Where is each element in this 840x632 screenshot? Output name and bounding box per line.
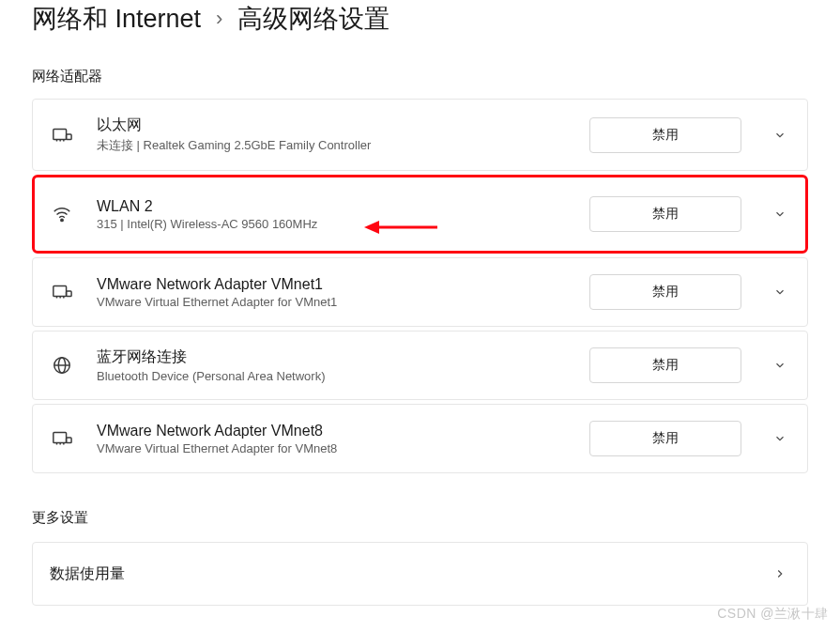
adapter-subtitle: Bluetooth Device (Personal Area Network)	[97, 369, 567, 383]
adapter-subtitle: VMware Virtual Ethernet Adapter for VMne…	[97, 441, 567, 455]
adapter-card[interactable]: 蓝牙网络连接Bluetooth Device (Personal Area Ne…	[32, 331, 808, 400]
adapter-text: VMware Network Adapter VMnet8VMware Virt…	[97, 423, 567, 455]
ethernet-icon	[50, 282, 74, 302]
adapter-subtitle: 未连接 | Realtek Gaming 2.5GbE Family Contr…	[97, 137, 567, 154]
adapter-title: VMware Network Adapter VMnet1	[97, 276, 567, 293]
adapter-text: 蓝牙网络连接Bluetooth Device (Personal Area Ne…	[97, 347, 567, 383]
section-title-more: 更多设置	[0, 473, 840, 542]
chevron-right-icon[interactable]	[770, 563, 790, 584]
disable-button[interactable]: 禁用	[589, 347, 741, 383]
breadcrumb: 网络和 Internet › 高级网络设置	[0, 0, 840, 38]
chevron-down-icon[interactable]	[770, 355, 790, 376]
disable-button[interactable]: 禁用	[589, 421, 741, 456]
breadcrumb-separator: ›	[216, 0, 222, 38]
section-title-adapters: 网络适配器	[0, 38, 840, 99]
adapter-card[interactable]: VMware Network Adapter VMnet1VMware Virt…	[32, 257, 808, 327]
adapter-text: 以太网未连接 | Realtek Gaming 2.5GbE Family Co…	[97, 116, 567, 154]
adapter-card[interactable]: VMware Network Adapter VMnet8VMware Virt…	[32, 404, 808, 473]
chevron-down-icon[interactable]	[770, 428, 790, 449]
svg-rect-7	[53, 433, 67, 443]
adapter-subtitle: VMware Virtual Ethernet Adapter for VMne…	[97, 295, 567, 309]
adapter-text: WLAN 2315 | Intel(R) Wireless-AC 9560 16…	[97, 198, 567, 231]
svg-rect-8	[67, 438, 72, 443]
svg-point-2	[61, 219, 63, 221]
disable-button[interactable]: 禁用	[589, 274, 741, 310]
wifi-icon	[50, 204, 74, 224]
data-usage-card[interactable]: 数据使用量	[32, 542, 808, 606]
chevron-down-icon[interactable]	[770, 125, 790, 146]
watermark: CSDN @兰湫十肆	[717, 606, 829, 623]
svg-rect-1	[67, 134, 72, 140]
adapter-title: VMware Network Adapter VMnet8	[97, 423, 567, 439]
adapter-card[interactable]: WLAN 2315 | Intel(R) Wireless-AC 9560 16…	[32, 175, 808, 254]
svg-rect-3	[53, 286, 67, 297]
breadcrumb-current: 高级网络设置	[237, 0, 389, 38]
adapter-title: 以太网	[97, 116, 567, 135]
chevron-down-icon[interactable]	[770, 204, 790, 224]
disable-button[interactable]: 禁用	[589, 117, 741, 153]
svg-rect-0	[53, 129, 67, 139]
disable-button[interactable]: 禁用	[589, 196, 741, 232]
adapter-title: 蓝牙网络连接	[97, 347, 567, 367]
svg-rect-4	[67, 291, 72, 297]
ethernet-icon	[50, 428, 74, 449]
data-usage-label: 数据使用量	[50, 564, 125, 584]
ethernet-icon	[50, 125, 74, 146]
adapter-card[interactable]: 以太网未连接 | Realtek Gaming 2.5GbE Family Co…	[32, 99, 808, 171]
chevron-down-icon[interactable]	[770, 282, 790, 302]
adapter-subtitle: 315 | Intel(R) Wireless-AC 9560 160MHz	[97, 217, 567, 231]
bluetooth-globe-icon	[50, 355, 74, 376]
adapter-text: VMware Network Adapter VMnet1VMware Virt…	[97, 276, 567, 309]
adapter-list: 以太网未连接 | Realtek Gaming 2.5GbE Family Co…	[0, 99, 840, 473]
adapter-title: WLAN 2	[97, 198, 567, 215]
breadcrumb-parent[interactable]: 网络和 Internet	[32, 0, 201, 38]
